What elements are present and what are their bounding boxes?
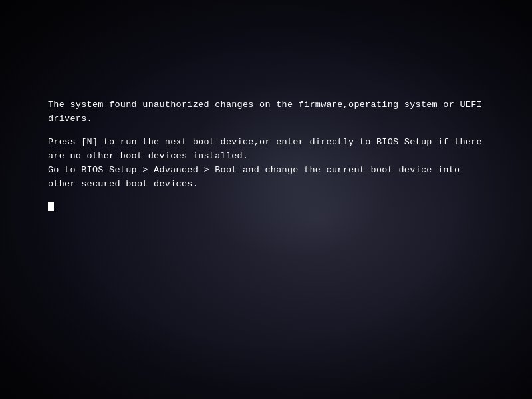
terminal-content: The system found unauthorized changes on… [48,98,484,214]
error-message-block: The system found unauthorized changes on… [48,98,484,126]
bios-error-screen: The system found unauthorized changes on… [0,0,532,399]
terminal-cursor [48,202,54,211]
press-n-instruction-text: Press [N] to run the next boot device,or… [48,137,482,189]
instruction-block: Press [N] to run the next boot device,or… [48,136,484,192]
unauthorized-changes-text: The system found unauthorized changes on… [48,100,482,124]
cursor-line [48,201,484,215]
